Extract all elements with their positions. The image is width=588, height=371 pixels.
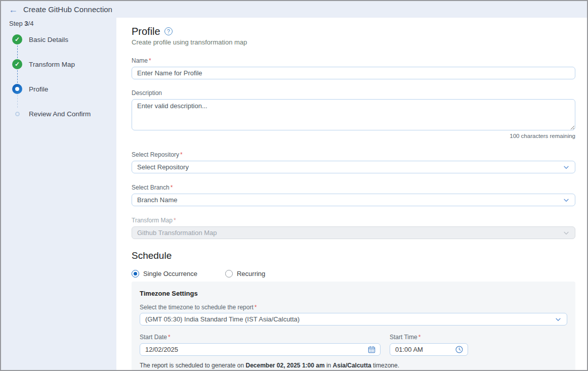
note-datetime: December 02, 2025 1:00 am xyxy=(245,362,324,369)
stepper-connector xyxy=(12,70,22,83)
chevron-down-icon xyxy=(563,197,570,204)
timezone-label: Select the timezone to schedule the repo… xyxy=(140,304,567,311)
start-time-input[interactable] xyxy=(395,346,455,353)
timezone-select-value: (GMT 05:30) India Standard Time (IST Asi… xyxy=(145,315,300,323)
stepper-item-label: Profile xyxy=(29,85,48,93)
transform-map-select: Github Transformation Map xyxy=(132,226,575,239)
transform-map-select-value: Github Transformation Map xyxy=(137,229,217,237)
radio-label: Recurring xyxy=(237,270,265,277)
repository-select-value: Select Repository xyxy=(137,163,189,171)
radio-recurring[interactable]: Recurring xyxy=(225,270,265,277)
schedule-type-radio-group: Single Occurrence Recurring xyxy=(132,269,575,277)
stepper-connector xyxy=(12,95,22,108)
radio-label: Single Occurrence xyxy=(143,270,197,277)
help-icon[interactable]: ? xyxy=(164,27,173,35)
radio-selected-icon xyxy=(132,270,139,277)
transform-map-label-text: Transform Map xyxy=(132,217,173,224)
description-label: Description xyxy=(132,89,575,97)
stepper-connector xyxy=(12,45,22,58)
description-label-text: Description xyxy=(132,89,162,97)
start-date-field xyxy=(140,343,381,356)
stepper-item-label: Review And Confirm xyxy=(29,110,91,118)
create-github-connection-window: ← Create GitHub Connection Step 3/4 ✓ Ba… xyxy=(0,0,588,371)
branch-label: Select Branch* xyxy=(132,184,575,192)
stepper: ✓ Basic Details ✓ Transform Map Profile … xyxy=(12,33,116,120)
stepper-item-review-and-confirm[interactable]: Review And Confirm xyxy=(12,108,116,120)
start-time-label: Start Time* xyxy=(390,334,468,341)
transform-map-label: Transform Map* xyxy=(132,217,575,224)
stepper-item-basic-details[interactable]: ✓ Basic Details xyxy=(12,33,116,45)
required-marker: * xyxy=(174,217,176,224)
repository-select[interactable]: Select Repository xyxy=(132,161,575,173)
name-input[interactable] xyxy=(132,67,575,79)
required-marker: * xyxy=(168,334,171,341)
branch-select[interactable]: Branch Name xyxy=(132,194,575,206)
wizard-stepper-sidebar: Step 3/4 ✓ Basic Details ✓ Transform Map… xyxy=(1,18,116,370)
pending-step-icon xyxy=(15,112,20,116)
required-marker: * xyxy=(180,151,183,158)
stepper-item-profile[interactable]: Profile xyxy=(12,83,116,95)
note-suffix: timezone. xyxy=(371,362,399,369)
branch-select-value: Branch Name xyxy=(137,196,177,204)
start-date-label: Start Date* xyxy=(140,334,381,341)
repository-label: Select Repository* xyxy=(132,151,575,159)
back-arrow-icon[interactable]: ← xyxy=(9,5,18,14)
step-counter-current: 3 xyxy=(24,20,28,27)
timezone-settings-panel: Timezone Settings Select the timezone to… xyxy=(132,282,575,370)
radio-single-occurrence[interactable]: Single Occurrence xyxy=(132,270,197,277)
timezone-select[interactable]: (GMT 05:30) India Standard Time (IST Asi… xyxy=(140,313,567,326)
step-counter: Step 3/4 xyxy=(9,20,116,27)
main-panel: Profile ? Create profile using transform… xyxy=(116,18,587,370)
name-label-text: Name xyxy=(132,57,148,64)
page-subtitle: Create profile using transformation map xyxy=(132,38,575,47)
schedule-note: The report is scheduled to generate on D… xyxy=(140,362,567,369)
calendar-icon[interactable] xyxy=(367,345,376,354)
start-time-label-text: Start Time xyxy=(390,334,417,341)
stepper-item-transform-map[interactable]: ✓ Transform Map xyxy=(12,58,116,70)
timezone-label-text: Select the timezone to schedule the repo… xyxy=(140,304,254,311)
description-textarea[interactable] xyxy=(132,99,575,130)
timezone-settings-title: Timezone Settings xyxy=(140,290,567,298)
schedule-section-title: Schedule xyxy=(132,250,575,263)
required-marker: * xyxy=(171,184,173,191)
start-time-field xyxy=(390,343,468,356)
active-step-icon xyxy=(12,84,22,94)
clock-icon[interactable] xyxy=(455,345,464,354)
required-marker: * xyxy=(149,57,151,64)
characters-remaining: 100 characters remaining xyxy=(132,133,575,140)
chevron-down-icon xyxy=(555,316,562,323)
radio-unselected-icon xyxy=(225,270,233,277)
stepper-item-label: Transform Map xyxy=(29,61,75,68)
note-prefix: The report is scheduled to generate on xyxy=(140,362,245,369)
note-infix: in xyxy=(325,362,333,369)
wizard-header: ← Create GitHub Connection xyxy=(1,1,587,18)
wizard-title: Create GitHub Connection xyxy=(23,5,112,14)
branch-label-text: Select Branch xyxy=(132,184,170,191)
check-icon: ✓ xyxy=(12,34,22,44)
repository-label-text: Select Repository xyxy=(132,151,179,158)
chevron-down-icon xyxy=(563,164,570,171)
start-date-label-text: Start Date xyxy=(140,334,167,341)
page-title: Profile xyxy=(132,26,160,37)
required-marker: * xyxy=(255,304,257,311)
step-counter-total: /4 xyxy=(28,20,34,27)
required-marker: * xyxy=(418,334,421,341)
chevron-down-icon xyxy=(563,229,570,237)
check-icon: ✓ xyxy=(12,59,22,69)
stepper-item-label: Basic Details xyxy=(29,36,68,43)
start-date-input[interactable] xyxy=(145,346,367,353)
name-label: Name* xyxy=(132,57,575,65)
note-timezone: Asia/Calcutta xyxy=(333,362,371,369)
step-counter-prefix: Step xyxy=(9,20,24,27)
